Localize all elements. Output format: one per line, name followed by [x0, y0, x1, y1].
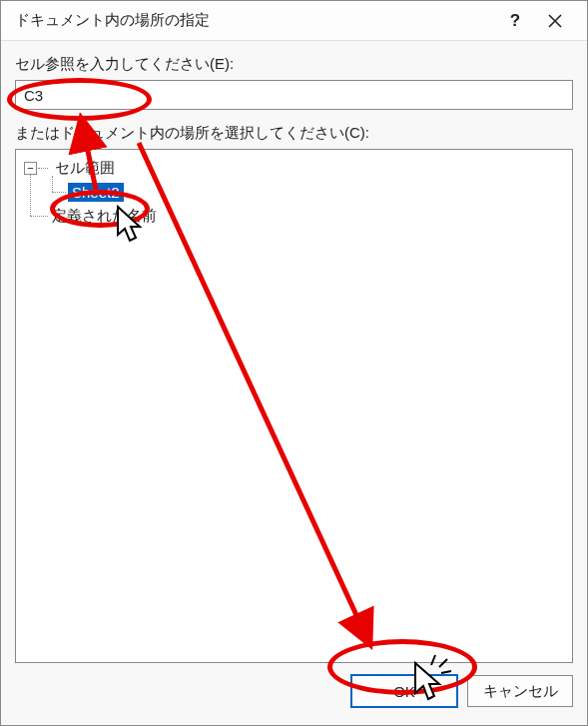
- tree-node-sheet[interactable]: Sheet2: [46, 180, 564, 204]
- cancel-button[interactable]: キャンセル: [467, 675, 573, 707]
- cell-ref-label: セル参照を入力してください(E):: [15, 55, 573, 74]
- tree-label-defined-names: 定義された名前: [48, 206, 161, 227]
- location-tree[interactable]: − セル範囲 Sheet2 定義された名前: [15, 149, 573, 663]
- button-row: OK キャンセル: [1, 675, 587, 725]
- tree-node-cell-range[interactable]: − セル範囲: [24, 156, 564, 180]
- tree-label-sheet: Sheet2: [68, 183, 124, 202]
- tree-expander-icon[interactable]: −: [24, 162, 37, 175]
- cell-ref-input[interactable]: [15, 80, 573, 110]
- doc-place-label: またはドキュメント内の場所を選択してください(C):: [15, 124, 573, 143]
- tree-root: − セル範囲 Sheet2 定義された名前: [24, 156, 564, 228]
- dialog-title: ドキュメント内の場所の指定: [15, 11, 495, 30]
- titlebar: ドキュメント内の場所の指定 ?: [1, 1, 587, 41]
- ok-button[interactable]: OK: [351, 675, 457, 707]
- tree-node-defined-names[interactable]: 定義された名前: [24, 204, 564, 228]
- help-button[interactable]: ?: [495, 2, 535, 40]
- tree-children: Sheet2: [46, 180, 564, 204]
- close-button[interactable]: [535, 2, 575, 40]
- dialog-content: セル参照を入力してください(E): またはドキュメント内の場所を選択してください…: [1, 41, 587, 675]
- close-icon: [548, 14, 562, 28]
- tree-label-cell-range: セル範囲: [51, 158, 119, 179]
- dialog-place-in-document: ドキュメント内の場所の指定 ? セル参照を入力してください(E): またはドキュ…: [0, 0, 588, 726]
